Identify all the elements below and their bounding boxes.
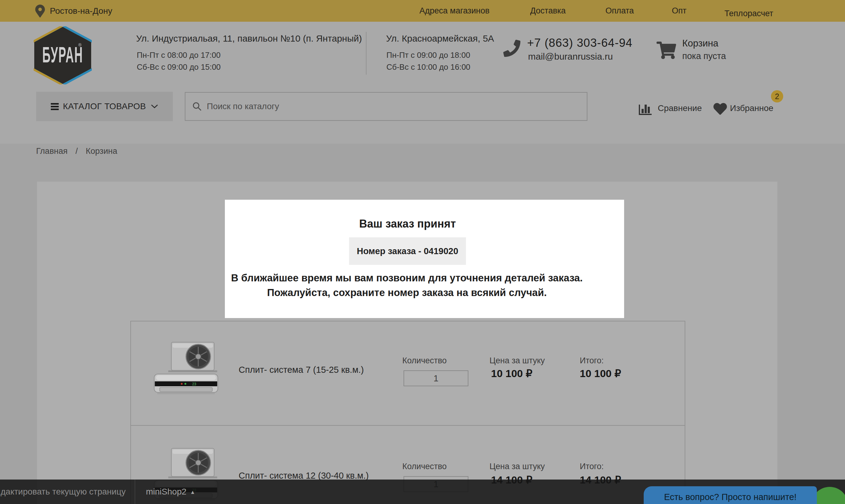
order-number-box: Номер заказа - 0419020 xyxy=(349,237,466,265)
store2-hours-weekdays: Пн-Пт с 09:00 до 18:00 xyxy=(386,51,470,60)
page: Ростов-на-Дону Адреса магазинов Доставка… xyxy=(0,0,845,504)
favorites-count-badge: 2 xyxy=(771,90,783,103)
compare-link[interactable]: Сравнение xyxy=(658,103,702,113)
breadcrumb-separator: / xyxy=(75,146,78,156)
topbar-link-wholesale[interactable]: Опт xyxy=(672,0,687,22)
topbar-link-heatcalc[interactable]: Теплорасчет xyxy=(724,3,773,24)
order-title: Ваш заказ принят xyxy=(359,217,456,230)
phone-number[interactable]: +7 (863) 303-64-94 xyxy=(527,36,632,50)
favorites-link[interactable]: Избранное xyxy=(730,103,773,113)
search-icon xyxy=(192,102,202,111)
store2-hours-weekend: Сб-Вс с 10:00 до 16:00 xyxy=(386,62,470,72)
product-name[interactable]: Сплит- система 7 (15-25 кв.м.) xyxy=(239,365,364,375)
store1-hours-weekend: Сб-Вс с 09:00 до 15:00 xyxy=(137,62,221,72)
heart-icon[interactable] xyxy=(713,102,727,115)
topbar-link-delivery[interactable]: Доставка xyxy=(530,0,566,22)
quantity-label: Количество xyxy=(402,356,447,365)
order-confirmation-card: Ваш заказ принят Номер заказа - 0419020 … xyxy=(225,200,624,318)
search-input[interactable] xyxy=(206,101,559,112)
compare-icon[interactable] xyxy=(638,101,652,115)
total-label: Итого: xyxy=(580,356,604,365)
breadcrumb-current: Корзина xyxy=(86,146,117,156)
phone-icon xyxy=(503,40,521,57)
search-box xyxy=(185,92,587,121)
catalog-button[interactable]: КАТАЛОГ ТОВАРОВ xyxy=(36,92,173,121)
item-price: 10 100 ₽ xyxy=(491,367,532,380)
chat-widget-bubble[interactable]: Есть вопрос? Просто напишите! xyxy=(644,486,817,504)
email-link[interactable]: mail@buranrussia.ru xyxy=(528,51,613,62)
cart-item-row: 23 Сплит- система 7 (15-25 кв.м.) Количе… xyxy=(131,321,685,426)
breadcrumb: Главная / Корзина xyxy=(36,146,117,156)
footer-divider xyxy=(135,480,135,504)
order-message-line1: В ближайшее время мы вам позвоним для ут… xyxy=(231,271,582,285)
cart-items-list: 23 Сплит- система 7 (15-25 кв.м.) Количе… xyxy=(130,321,685,504)
item-total: 10 100 ₽ xyxy=(580,367,621,380)
minishop-menu[interactable]: miniShop2▲ xyxy=(146,480,195,504)
edit-page-link[interactable]: дактировать текущую страницу xyxy=(1,480,126,504)
header-divider xyxy=(366,32,367,75)
order-message: В ближайшее время мы вам позвоним для ут… xyxy=(231,271,582,300)
hamburger-icon xyxy=(51,102,59,111)
cart-icon[interactable] xyxy=(656,41,676,59)
buran-logo[interactable]: БУРАН ® xyxy=(34,26,92,85)
quantity-input[interactable] xyxy=(404,370,469,386)
chat-message: Есть вопрос? Просто напишите! xyxy=(664,492,796,504)
total-label: Итого: xyxy=(580,462,604,471)
location-pin-icon xyxy=(35,5,45,17)
catalog-button-label: КАТАЛОГ ТОВАРОВ xyxy=(63,102,146,111)
cart-link[interactable]: Корзина xyxy=(682,38,718,49)
triangle-up-icon: ▲ xyxy=(190,489,195,495)
store1-address: Ул. Индустриальая, 11, павильон №10 (п. … xyxy=(136,33,362,44)
order-message-line2: Пожалуйста, сохраните номер заказа на вс… xyxy=(231,285,582,300)
quantity-label: Количество xyxy=(402,462,447,471)
price-label: Цена за штуку xyxy=(490,356,545,365)
store2-address: Ул. Красноармейская, 5А xyxy=(386,33,494,44)
store1-hours-weekdays: Пн-Пт с 08:00 до 17:00 xyxy=(137,51,221,60)
topbar: Ростов-на-Дону Адреса магазинов Доставка… xyxy=(0,0,845,22)
cart-status: пока пуста xyxy=(682,51,726,61)
svg-text:23: 23 xyxy=(192,382,196,386)
price-label: Цена за штуку xyxy=(490,462,545,471)
product-image-split7[interactable]: 23 xyxy=(154,342,218,395)
topbar-link-payment[interactable]: Оплата xyxy=(605,0,634,22)
svg-text:®: ® xyxy=(78,42,82,48)
city-selector[interactable]: Ростов-на-Дону xyxy=(50,0,112,22)
breadcrumb-home[interactable]: Главная xyxy=(36,146,68,156)
svg-text:БУРАН: БУРАН xyxy=(42,42,83,67)
chevron-down-icon xyxy=(151,104,158,109)
topbar-link-addresses[interactable]: Адреса магазинов xyxy=(419,0,490,22)
